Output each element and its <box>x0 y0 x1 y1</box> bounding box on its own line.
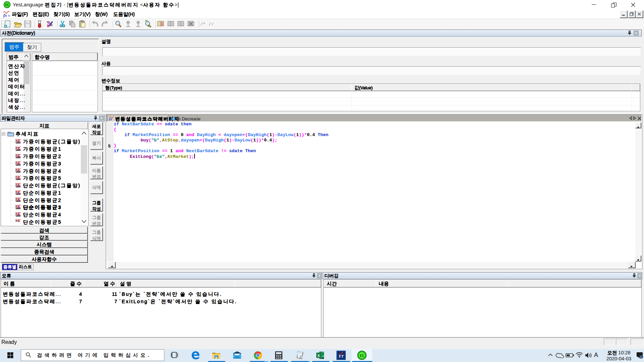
svg-text:X: X <box>317 354 320 358</box>
svg-text:/*: /* <box>200 22 206 27</box>
svg-text:YL: YL <box>5 3 9 7</box>
svg-text:2: 2 <box>640 355 642 359</box>
svg-text:fx: fx <box>109 117 112 121</box>
svg-text:fx: fx <box>3 13 7 18</box>
svg-text://: // <box>209 22 214 27</box>
svg-text:YL: YL <box>360 353 365 358</box>
